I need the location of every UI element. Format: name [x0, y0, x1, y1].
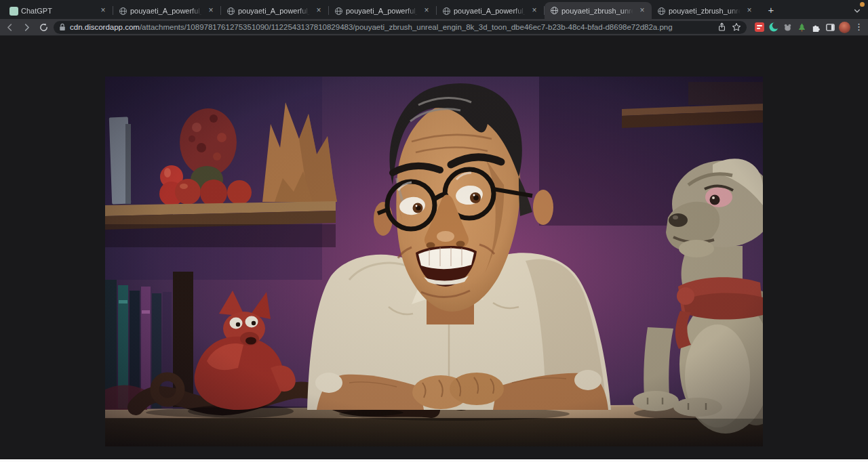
- tab-label: pouyaeti_A_powerful_modern: [238, 7, 311, 15]
- globe-favicon: [334, 6, 343, 16]
- url-text[interactable]: cdn.discordapp.com/attachments/108978176…: [70, 23, 712, 31]
- tab-close-icon[interactable]: ×: [314, 6, 323, 16]
- tab-label: pouyaeti_A_powerful_modern: [130, 7, 203, 15]
- share-icon[interactable]: [717, 22, 726, 32]
- tab-powerful-modern-4[interactable]: pouyaeti_A_powerful_modern ×: [437, 3, 544, 19]
- mouse-extension-icon[interactable]: [781, 20, 795, 35]
- reload-button[interactable]: [36, 20, 51, 35]
- tab-powerful-modern-1[interactable]: pouyaeti_A_powerful_modern ×: [113, 3, 220, 19]
- globe-favicon: [656, 6, 666, 16]
- update-indicator-dot: [860, 2, 865, 7]
- tab-zbrush-unreal-active[interactable]: pouyaeti_zbrush_unreal_engin ×: [545, 2, 652, 19]
- page-content: [0, 37, 868, 459]
- tab-label: pouyaeti_A_powerful_modern: [346, 7, 419, 15]
- browser-window: ChatGPT × pouyaeti_A_powerful_modern × p…: [0, 0, 868, 462]
- globe-favicon: [549, 6, 559, 16]
- back-button[interactable]: [2, 20, 17, 35]
- menu-dots-icon[interactable]: ⋮: [852, 20, 866, 35]
- browser-toolbar: cdn.discordapp.com/attachments/108978176…: [0, 19, 868, 36]
- address-bar[interactable]: cdn.discordapp.com/attachments/108978176…: [54, 21, 747, 34]
- dark-reader-moon-icon[interactable]: [766, 20, 781, 35]
- tab-label: ChatGPT: [21, 7, 96, 15]
- tab-close-icon[interactable]: ×: [745, 6, 754, 16]
- globe-favicon: [118, 6, 127, 16]
- globe-favicon: [226, 6, 235, 16]
- globe-favicon: [441, 6, 451, 16]
- tab-search-chevron-icon[interactable]: [853, 5, 861, 18]
- bookmark-star-icon[interactable]: [732, 22, 741, 32]
- tab-label: pouyaeti_zbrush_unreal_engin: [561, 7, 635, 15]
- tree-extension-icon[interactable]: [795, 20, 809, 35]
- vignette: [105, 77, 763, 446]
- extensions-puzzle-icon[interactable]: [809, 20, 823, 35]
- tab-close-icon[interactable]: ×: [206, 6, 216, 16]
- tab-powerful-modern-2[interactable]: pouyaeti_A_powerful_modern ×: [221, 3, 328, 19]
- bottom-edge-strip: [0, 459, 868, 462]
- tab-strip: ChatGPT × pouyaeti_A_powerful_modern × p…: [0, 0, 868, 19]
- profile-avatar[interactable]: [837, 20, 852, 35]
- tab-chatgpt[interactable]: ChatGPT ×: [4, 3, 113, 19]
- tab-close-icon[interactable]: ×: [637, 6, 647, 16]
- new-tab-button[interactable]: +: [763, 2, 779, 18]
- chatgpt-favicon: [9, 6, 18, 16]
- toon-scene: [105, 77, 763, 446]
- forward-button[interactable]: [19, 20, 34, 35]
- tab-label: pouyaeti_A_powerful_modern: [454, 7, 527, 15]
- tab-close-icon[interactable]: ×: [422, 6, 431, 16]
- tab-powerful-modern-3[interactable]: pouyaeti_A_powerful_modern ×: [329, 3, 436, 19]
- password-extension-icon[interactable]: [752, 20, 766, 35]
- tab-zbrush-unreal-2[interactable]: pouyaeti_zbrush_unreal_engin ×: [652, 3, 759, 19]
- lock-icon: [59, 23, 66, 31]
- tab-label: pouyaeti_zbrush_unreal_engin: [669, 7, 742, 15]
- discord-attachment-image[interactable]: [105, 77, 763, 446]
- extensions-area: ⋮: [752, 20, 866, 35]
- side-panel-icon[interactable]: [823, 20, 837, 35]
- tab-close-icon[interactable]: ×: [530, 6, 539, 16]
- tab-close-icon[interactable]: ×: [98, 6, 108, 16]
